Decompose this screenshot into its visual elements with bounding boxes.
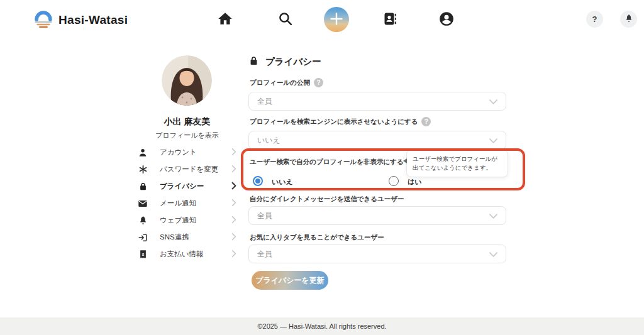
account-button[interactable]	[438, 11, 455, 28]
brand-name: Hasi-Watasi	[58, 13, 128, 27]
chevron-down-icon	[489, 135, 497, 146]
update-privacy-button[interactable]: プライバシーを更新	[252, 271, 328, 290]
sns-link-icon	[133, 233, 152, 243]
field-label-favorites-users: お気に入りタブを見ることができるユーザー	[250, 233, 384, 242]
chevron-right-icon	[231, 249, 236, 260]
user-name: 小出 麻友美	[129, 116, 245, 128]
search-icon	[277, 11, 293, 28]
account-icon	[438, 11, 455, 29]
app: Hasi-Watasi	[0, 0, 644, 335]
radio-yes-label[interactable]: はい	[408, 177, 422, 187]
plus-icon	[330, 12, 343, 28]
svg-text:$: $	[142, 252, 144, 256]
sidebar-item-account[interactable]: アカウント	[130, 144, 240, 161]
help-tooltip: ユーザー検索でプロフィールが出てこないようにできます。	[406, 150, 508, 177]
sidebar-item-sns-link[interactable]: SNS連携	[130, 229, 240, 246]
chevron-down-icon	[489, 210, 497, 221]
tooltip-arrow-icon	[403, 158, 407, 163]
radio-no[interactable]	[253, 176, 263, 186]
help-icon[interactable]: ?	[314, 78, 323, 87]
chevron-right-icon	[231, 215, 236, 226]
settings-menu: アカウント パスワードを変更 プライバシー	[130, 144, 240, 263]
copyright-text: ©2025 — Hasi-Watasi. All rights reserved…	[257, 322, 386, 330]
user-icon	[133, 148, 152, 158]
profile-visibility-select[interactable]: 全員	[248, 92, 506, 111]
field-label-dm-users: 自分にダイレクトメッセージを送信できるユーザー	[250, 195, 404, 204]
page-title: プライバシー	[248, 55, 321, 69]
brand-logo-icon	[33, 8, 54, 33]
field-label-search-engine: プロフィールを検索エンジンに表示させないようにする ?	[250, 117, 431, 126]
view-profile-link[interactable]: プロフィールを表示	[129, 131, 245, 140]
payment-icon: $	[133, 250, 152, 259]
notifications-button[interactable]	[620, 11, 637, 28]
mail-icon	[133, 199, 152, 209]
add-button[interactable]	[324, 7, 349, 32]
field-label-profile-visibility: プロフィールの公開 ?	[250, 78, 323, 87]
chevron-right-icon	[231, 164, 236, 175]
sidebar-item-password[interactable]: パスワードを変更	[130, 161, 240, 178]
sidebar-item-email-notifications[interactable]: メール通知	[130, 195, 240, 212]
chevron-right-icon	[231, 198, 236, 209]
lock-icon	[248, 55, 259, 69]
help-icon[interactable]: ?	[421, 117, 431, 126]
contacts-icon	[382, 11, 397, 28]
hide-from-search-radio-group: いいえ はい	[0, 176, 644, 186]
asterisk-icon	[133, 165, 152, 174]
avatar[interactable]	[162, 55, 212, 106]
chevron-down-icon	[489, 96, 497, 107]
bell-icon	[625, 14, 633, 25]
radio-no-label[interactable]: いいえ	[272, 177, 293, 187]
home-button[interactable]	[216, 11, 234, 28]
contacts-button[interactable]	[381, 11, 399, 28]
sidebar-item-web-notifications[interactable]: ウェブ通知	[130, 212, 240, 229]
chevron-right-icon	[231, 232, 236, 243]
top-nav: Hasi-Watasi	[0, 0, 644, 39]
home-icon	[217, 11, 233, 29]
chevron-down-icon	[489, 248, 497, 260]
field-label-hide-from-user-search: ユーザー検索で自分のプロフィールを非表示にする ?	[250, 155, 421, 169]
help-button[interactable]: ?	[586, 11, 603, 28]
chevron-right-icon	[231, 147, 236, 158]
favorites-users-select[interactable]: 全員	[248, 244, 506, 263]
sidebar-item-payment[interactable]: $ お支払い情報	[130, 246, 240, 263]
radio-yes[interactable]	[389, 176, 399, 186]
footer: ©2025 — Hasi-Watasi. All rights reserved…	[0, 317, 644, 335]
bell-icon	[133, 216, 152, 225]
search-button[interactable]	[276, 11, 294, 28]
dm-users-select[interactable]: 全員	[248, 206, 506, 225]
search-engine-select[interactable]: いいえ	[248, 131, 506, 150]
brand[interactable]: Hasi-Watasi	[33, 8, 128, 33]
